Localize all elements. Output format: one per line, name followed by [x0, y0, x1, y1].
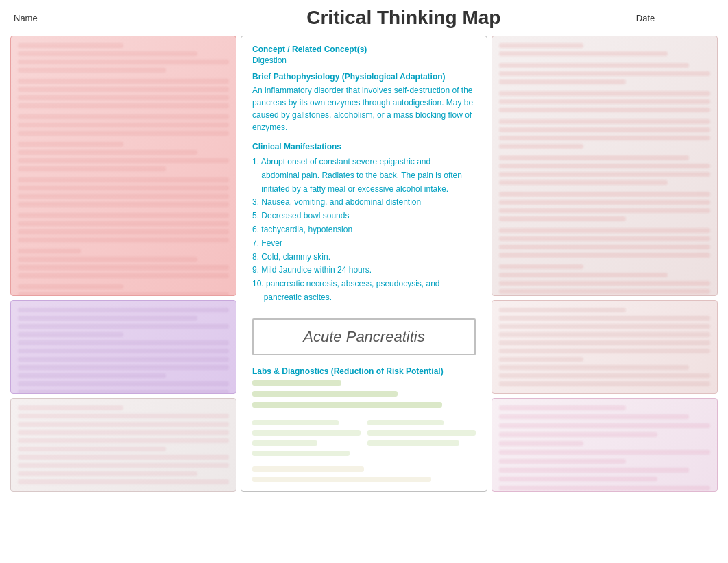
right-bottom-panel-2 — [492, 398, 718, 492]
clinical-list: 1. Abrupt onset of constant severe epiga… — [252, 155, 476, 305]
left-bottom-panel-1 — [10, 300, 236, 394]
right-bottom-panel-1 — [492, 300, 718, 394]
clinical-item-10: 10. pancreatic necrosis, abscess, pseudo… — [252, 277, 476, 305]
center-panel: Concept / Related Concept(s) Digestion B… — [241, 36, 487, 492]
right-top-panel — [492, 36, 718, 296]
left-top-panel — [10, 36, 236, 296]
pathophysiology-label: Brief Pathophysiology (Physiological Ada… — [252, 72, 476, 82]
clinical-label: Clinical Manifestations — [252, 142, 476, 151]
clinical-item-5: 5. Decreased bowl sounds — [252, 210, 476, 223]
clinical-item-8: 8. Cold, clammy skin. — [252, 251, 476, 264]
concept-value: Digestion — [252, 55, 476, 65]
lower-center — [252, 380, 476, 483]
concept-label: Concept / Related Concept(s) — [252, 45, 476, 54]
clinical-item-1: 1. Abrupt onset of constant severe epiga… — [252, 155, 476, 196]
clinical-item-3: 3. Nausea, vomiting, and abdominal diste… — [252, 196, 476, 210]
main-title-box: Acute Pancreatitis — [252, 318, 476, 355]
clinical-item-7: 7. Fever — [252, 237, 476, 251]
page-header: Name___________________________ Critical… — [0, 0, 728, 32]
pathophysiology-text: An inflammatory disorder that involves s… — [252, 84, 476, 134]
clinical-item-6: 6. tachycardia, hypotension — [252, 223, 476, 237]
clinical-item-9: 9. Mild Jaundice within 24 hours. — [252, 264, 476, 277]
page-title: Critical Thinking Map — [171, 7, 636, 29]
main-title: Acute Pancreatitis — [303, 328, 424, 345]
left-bottom-panel-2 — [10, 398, 236, 492]
labs-label: Labs & Diagnostics (Reduction of Risk Po… — [252, 366, 476, 376]
date-field: Date____________ — [636, 13, 714, 23]
name-field: Name___________________________ — [14, 13, 171, 23]
